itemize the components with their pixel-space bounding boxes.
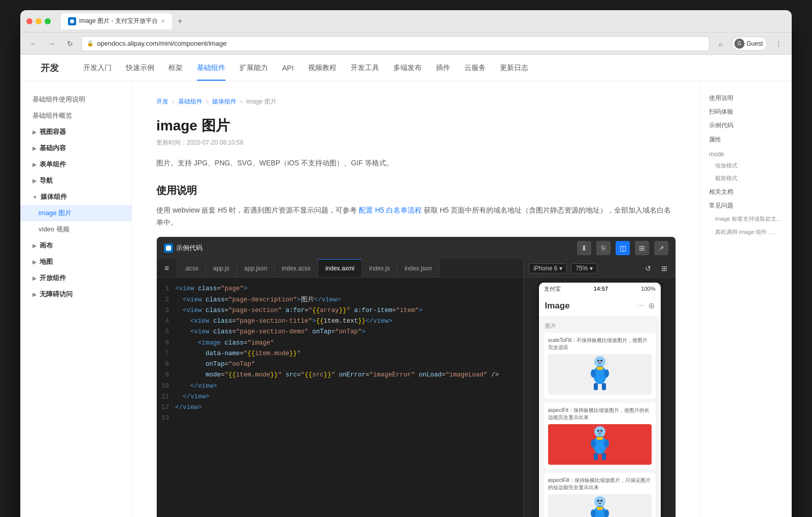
grid-view-button[interactable]: ⊞ <box>658 262 670 274</box>
nav-item-cloud[interactable]: 云服务 <box>464 55 486 81</box>
more-icon: ··· <box>637 301 644 311</box>
device-selector[interactable]: iPhone 6 ▾ <box>529 263 567 273</box>
phone-battery: 100% <box>641 286 655 292</box>
file-tab-acss[interactable]: .acss <box>177 259 206 277</box>
sidebar-item-image[interactable]: image 图片 <box>20 205 131 221</box>
site-logo[interactable]: 开发 <box>41 62 59 74</box>
right-sidebar-faq[interactable]: 常见问题 <box>701 199 792 213</box>
grid-button[interactable]: ⊞ <box>635 241 649 255</box>
split-view-button[interactable]: ◫ <box>616 241 630 255</box>
right-sidebar-usage[interactable]: 使用说明 <box>701 91 792 105</box>
maximize-button[interactable] <box>45 18 51 24</box>
code-line-8: 8 onTap="onTap" <box>157 359 523 370</box>
file-tab-appjs[interactable]: app.js <box>206 259 237 277</box>
breadcrumb-home[interactable]: 开发 <box>156 97 168 106</box>
code-panel: 1 <view class="page"> 2 <view class="pag… <box>157 278 523 517</box>
new-tab-button[interactable]: + <box>174 15 186 27</box>
section-usage-desc: 使用 webview 嵌套 H5 时，若遇到图片资源不显示问题，可参考 配置 H… <box>156 204 676 229</box>
search-button[interactable]: ⌕ <box>714 37 728 51</box>
file-tab-indexjs[interactable]: index.js <box>362 259 397 277</box>
svg-point-17 <box>600 430 602 432</box>
browser-menu-button[interactable]: ⋮ <box>771 37 786 51</box>
right-sidebar-related[interactable]: 相关文档 <box>701 185 792 199</box>
demo-title: 示例代码 <box>164 244 202 253</box>
sidebar-group-accessibility[interactable]: ▶ 无障碍访问 <box>20 286 131 302</box>
file-tab-indexacss[interactable]: index.acss <box>275 259 318 277</box>
chevron-icon: ▶ <box>32 275 37 281</box>
breadcrumb: 开发 > 基础组件 > 媒体组件 > image 图片 <box>156 97 676 106</box>
zoom-selector[interactable]: 75% ▾ <box>571 263 597 273</box>
tab-title: image 图片 - 支付宝开放平台 <box>79 17 158 25</box>
right-sidebar: 使用说明 扫码体验 示例代码 属性 mode 缩放模式 截剪模式 相关文档 常见… <box>700 81 792 517</box>
nav-item-quickstart[interactable]: 快速示例 <box>126 55 154 81</box>
nav-item-changelog[interactable]: 更新日志 <box>500 55 528 81</box>
sidebar-group-form[interactable]: ▶ 表单组件 <box>20 156 131 173</box>
nav-item-api[interactable]: API <box>282 55 294 81</box>
svg-point-16 <box>597 430 599 432</box>
reload-button[interactable]: ↻ <box>63 37 77 51</box>
nav-item-multiplatform[interactable]: 多端发布 <box>393 55 422 81</box>
right-sidebar-scale-mode[interactable]: 缩放模式 <box>701 159 792 173</box>
minimize-button[interactable] <box>36 18 42 24</box>
sidebar-group-open[interactable]: ▶ 开放组件 <box>20 270 131 286</box>
svg-point-2 <box>594 356 605 367</box>
download-button[interactable]: ⬇ <box>577 241 591 255</box>
right-sidebar-crop-mode[interactable]: 截剪模式 <box>701 172 792 185</box>
right-sidebar-scan[interactable]: 扫码体验 <box>701 105 792 119</box>
svg-rect-15 <box>602 453 606 460</box>
address-bar: ← → ↻ 🔒 opendocs.alipay.com/mini/compone… <box>20 32 792 55</box>
file-tab-indexaxml[interactable]: index.axml <box>318 259 362 277</box>
file-tabs-menu[interactable]: ≡ <box>157 259 177 277</box>
nav-item-plugins[interactable]: 插件 <box>436 55 450 81</box>
code-line-5: 5 <view class="page-section-demo" onTap=… <box>157 327 523 337</box>
active-tab[interactable]: image 图片 - 支付宝开放平台 ✕ <box>61 13 172 29</box>
sidebar-item-overview[interactable]: 基础组件概览 <box>20 108 131 124</box>
right-sidebar-faq-2[interactable]: 真机调用 image 组件，... <box>701 226 792 239</box>
right-sidebar-code[interactable]: 示例代码 <box>701 119 792 132</box>
file-tab-indexjson[interactable]: index.json <box>397 259 439 277</box>
sidebar-group-view-container[interactable]: ▶ 视图容器 <box>20 124 131 140</box>
refresh-button[interactable]: ↺ <box>642 262 654 274</box>
code-line-7: 7 data-name="{{item.mode}}" <box>157 349 523 359</box>
sidebar-group-nav[interactable]: ▶ 导航 <box>20 173 131 189</box>
svg-rect-21 <box>597 437 603 440</box>
share-button[interactable]: ↗ <box>654 241 668 255</box>
nav-item-video[interactable]: 视频教程 <box>308 55 336 81</box>
back-button[interactable]: ← <box>26 37 41 51</box>
forward-button[interactable]: → <box>45 37 59 51</box>
svg-point-10 <box>604 369 609 377</box>
file-tab-appjson[interactable]: app.json <box>237 259 275 277</box>
browser-window: image 图片 - 支付宝开放平台 ✕ + ← → ↻ 🔒 opendocs.… <box>20 10 792 517</box>
right-sidebar-props[interactable]: 属性 <box>701 133 792 147</box>
copy-button[interactable]: ⎘ <box>596 241 611 255</box>
content-area: 基础组件使用说明 基础组件概览 ▶ 视图容器 ▶ 基础内容 ▶ 表单组件 ▶ 导… <box>20 81 792 517</box>
address-field[interactable]: 🔒 opendocs.alipay.com/mini/component/ima… <box>81 36 709 51</box>
phone-status-bar: 支付宝 14:57 100% <box>539 283 661 295</box>
sidebar-group-media[interactable]: ▼ 媒体组件 <box>20 189 131 205</box>
sidebar-group-base-content[interactable]: ▶ 基础内容 <box>20 140 131 156</box>
nav-item-framework[interactable]: 框架 <box>168 55 183 81</box>
breadcrumb-media[interactable]: 媒体组件 <box>212 97 236 106</box>
phone-img-1 <box>548 354 652 395</box>
phone-card-label-1: scaleToFill：不保持纵横比缩放图片，使图片完全适应 <box>548 337 652 351</box>
right-sidebar-faq-1[interactable]: image 标签支持读取款文... <box>701 213 792 226</box>
sidebar-item-usage-intro[interactable]: 基础组件使用说明 <box>20 91 131 108</box>
account-area[interactable]: G Guest <box>732 37 767 51</box>
breadcrumb-components[interactable]: 基础组件 <box>178 97 202 106</box>
right-sidebar-mode-section: mode <box>701 147 792 159</box>
sidebar-item-video[interactable]: video 视频 <box>20 221 131 237</box>
config-link[interactable]: 配置 H5 白名单流程 <box>359 206 422 214</box>
title-bar: image 图片 - 支付宝开放平台 ✕ + <box>20 10 792 32</box>
file-tabs: ≡ .acss app.js app.json index.acss index… <box>157 259 523 278</box>
code-demo: 示例代码 ⬇ ⎘ ◫ ⊞ ↗ ≡ .acss <box>156 236 676 517</box>
nav-item-intro[interactable]: 开发入门 <box>83 55 112 81</box>
tab-close-icon[interactable]: ✕ <box>161 18 165 24</box>
nav-item-extensions[interactable]: 扩展能力 <box>240 55 268 81</box>
sidebar-group-canvas[interactable]: ▶ 画布 <box>20 237 131 254</box>
nav-item-components[interactable]: 基础组件 <box>197 55 225 81</box>
close-button[interactable] <box>26 18 32 24</box>
chevron-icon: ▶ <box>32 162 37 167</box>
sidebar-group-map[interactable]: ▶ 地图 <box>20 254 131 270</box>
chevron-icon: ▶ <box>32 129 37 135</box>
nav-item-tools[interactable]: 开发工具 <box>351 55 379 81</box>
